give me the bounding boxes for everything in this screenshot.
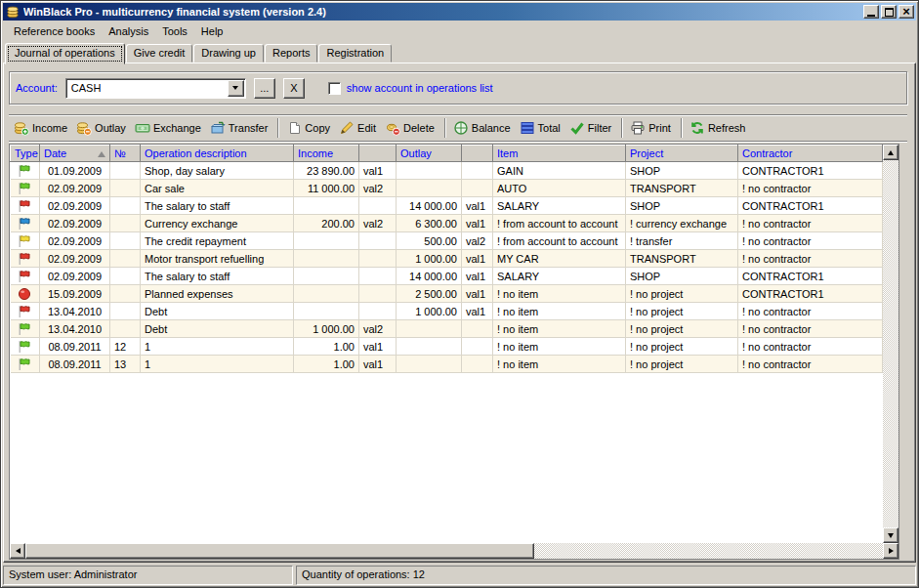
tab-reports[interactable]: Reports: [265, 44, 318, 63]
total-bars-icon: [520, 120, 535, 136]
edit-button[interactable]: Edit: [336, 118, 382, 138]
toolbar-button-label: Exchange: [153, 122, 201, 134]
table-row[interactable]: 13.04.2010Debt1 000.00val2! no item! no …: [11, 320, 883, 338]
coins-stack-icon: [5, 4, 21, 20]
coins-plus-icon: [14, 120, 29, 136]
close-icon: ×: [902, 7, 910, 17]
operations-table-viewport: TypeDate№Operation descriptionIncomeOutl…: [10, 145, 883, 543]
delete-button[interactable]: Delete: [382, 118, 440, 138]
cell-item: ! no item: [493, 285, 626, 303]
table-row[interactable]: 02.09.2009Currency exchange200.00val26 3…: [11, 215, 883, 232]
show-account-checkbox[interactable]: [328, 82, 341, 95]
scroll-down-icon[interactable]: [883, 527, 898, 543]
total-button[interactable]: Total: [517, 118, 566, 138]
menu-analysis[interactable]: Analysis: [102, 23, 155, 39]
cell-income: [294, 250, 359, 268]
col-header-outlay_cur[interactable]: [462, 146, 493, 162]
check-filter-icon: [569, 120, 585, 136]
cell-outlay: 1 000.00: [397, 303, 462, 320]
col-header-type[interactable]: Type: [11, 146, 40, 162]
refresh-button[interactable]: Refresh: [687, 118, 752, 138]
col-header-contractor[interactable]: Contractor: [738, 146, 883, 162]
table-row[interactable]: 13.04.2010Debt1 000.00val1! no item! no …: [11, 303, 883, 320]
red-circle-icon: [11, 285, 40, 303]
table-row[interactable]: 01.09.2009Shop, day salary23 890.00val1G…: [11, 162, 883, 180]
table-row[interactable]: 02.09.2009The credit repayment500.00val2…: [11, 232, 883, 250]
toolbar-separator: [277, 118, 279, 138]
cell-item: ! from account to account: [493, 232, 626, 250]
table-row[interactable]: 08.09.20111211.00val1! no item! no proje…: [11, 338, 883, 356]
tab-drawing-up[interactable]: Drawing up: [193, 44, 264, 63]
cell-description: 1: [141, 356, 294, 373]
account-clear-button[interactable]: X: [283, 78, 305, 99]
cell-outlay_cur: [462, 162, 493, 180]
chevron-down-icon[interactable]: [228, 80, 244, 97]
cell-date: 13.04.2010: [40, 303, 110, 320]
table-row[interactable]: 08.09.20111311.00val1! no item! no proje…: [11, 356, 883, 373]
menu-tools[interactable]: Tools: [155, 23, 194, 39]
account-combobox[interactable]: CASH: [65, 78, 246, 99]
menu-help[interactable]: Help: [194, 23, 230, 39]
cell-description: Car sale: [141, 180, 294, 197]
cell-outlay_cur: val1: [462, 197, 493, 215]
col-header-income_cur[interactable]: [359, 146, 397, 162]
col-header-project[interactable]: Project: [626, 146, 738, 162]
vertical-scrollbar[interactable]: [883, 145, 898, 543]
cell-date: 15.09.2009: [40, 285, 110, 303]
transfer-button[interactable]: Transfer: [207, 118, 274, 138]
cell-outlay_cur: [462, 356, 493, 373]
toolbar-separator: [681, 118, 683, 138]
table-row[interactable]: 02.09.2009Motor transport refuelling1 00…: [11, 250, 883, 268]
scroll-up-icon[interactable]: [883, 145, 898, 160]
cell-income: [294, 268, 359, 285]
account-browse-button[interactable]: ...: [254, 78, 275, 99]
cell-project: ! no project: [626, 285, 738, 303]
menu-reference-books[interactable]: Reference books: [7, 23, 102, 39]
tab-give-credit[interactable]: Give credit: [126, 44, 193, 63]
table-row[interactable]: 15.09.2009Planned expenses2 500.00val1! …: [11, 285, 883, 303]
tab-registration[interactable]: Registration: [318, 44, 392, 63]
green-flag-icon: [11, 338, 40, 356]
cell-description: Motor transport refuelling: [141, 250, 294, 268]
cell-income_cur: [359, 303, 397, 320]
balance-button[interactable]: Balance: [450, 118, 517, 138]
cell-item: ! no item: [493, 356, 626, 373]
cell-project: SHOP: [626, 268, 738, 285]
cell-no: [110, 197, 141, 215]
cell-item: ! no item: [493, 320, 626, 338]
scroll-right-icon[interactable]: [883, 543, 898, 559]
horizontal-scrollbar[interactable]: [10, 543, 898, 559]
income-button[interactable]: Income: [11, 118, 73, 138]
cell-date: 02.09.2009: [40, 268, 110, 285]
copy-button[interactable]: Copy: [283, 118, 336, 138]
cell-outlay: [397, 162, 462, 180]
cell-outlay_cur: val1: [462, 285, 493, 303]
table-row[interactable]: 02.09.2009Car sale11 000.00val2AUTOTRANS…: [11, 180, 883, 197]
table-row[interactable]: 02.09.2009The salary to staff14 000.00va…: [11, 268, 883, 285]
col-header-income[interactable]: Income: [294, 146, 359, 162]
toolbar-button-label: Delete: [403, 122, 435, 134]
close-button[interactable]: ×: [898, 5, 914, 19]
balance-shield-icon: [453, 120, 469, 136]
scroll-left-icon[interactable]: [10, 543, 25, 559]
minimize-button[interactable]: [863, 5, 879, 19]
col-header-outlay[interactable]: Outlay: [397, 146, 462, 162]
cell-project: ! no project: [626, 320, 738, 338]
col-header-label: Type: [15, 147, 38, 159]
outlay-button[interactable]: Outlay: [73, 118, 132, 138]
col-header-no[interactable]: №: [110, 146, 141, 162]
table-row[interactable]: 02.09.2009The salary to staff14 000.00va…: [11, 197, 883, 215]
horizontal-scrollbar-thumb[interactable]: [25, 543, 534, 559]
exchange-button[interactable]: Exchange: [132, 118, 207, 138]
col-header-item[interactable]: Item: [493, 146, 626, 162]
filter-button[interactable]: Filter: [566, 118, 617, 138]
print-button[interactable]: Print: [627, 118, 677, 138]
col-header-date[interactable]: Date: [40, 146, 110, 162]
maximize-button[interactable]: [881, 5, 897, 19]
green-flag-icon: [11, 180, 40, 197]
red-flag-icon: [11, 250, 40, 268]
tab-journal-of-operations[interactable]: Journal of operations: [5, 43, 125, 64]
cell-project: ! no project: [626, 338, 738, 356]
cell-description: Shop, day salary: [141, 162, 294, 180]
col-header-description[interactable]: Operation description: [141, 146, 294, 162]
